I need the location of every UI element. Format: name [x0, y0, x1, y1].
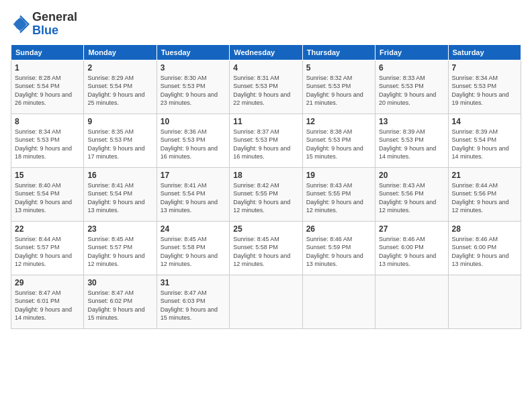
calendar-day-cell: 11Sunrise: 8:37 AMSunset: 5:53 PMDayligh…: [230, 113, 302, 167]
calendar-day-cell: 2Sunrise: 8:29 AMSunset: 5:54 PMDaylight…: [84, 60, 157, 113]
day-info: Sunrise: 8:30 AMSunset: 5:53 PMDaylight:…: [161, 74, 226, 107]
day-number: 3: [161, 63, 226, 73]
day-number: 24: [161, 224, 226, 234]
day-info: Sunrise: 8:45 AMSunset: 5:58 PMDaylight:…: [233, 235, 298, 269]
calendar-day-cell: 22Sunrise: 8:44 AMSunset: 5:57 PMDayligh…: [11, 221, 84, 275]
day-number: 22: [15, 224, 80, 234]
day-number: 27: [379, 224, 444, 234]
calendar-day-cell: 9Sunrise: 8:35 AMSunset: 5:53 PMDaylight…: [84, 113, 157, 167]
page-header: General Blue: [11, 11, 521, 38]
calendar-day-cell: 4Sunrise: 8:31 AMSunset: 5:53 PMDaylight…: [230, 60, 302, 113]
day-info: Sunrise: 8:34 AMSunset: 5:53 PMDaylight:…: [452, 74, 517, 107]
calendar-day-cell: 25Sunrise: 8:45 AMSunset: 5:58 PMDayligh…: [230, 221, 302, 275]
calendar-day-cell: 15Sunrise: 8:40 AMSunset: 5:54 PMDayligh…: [11, 167, 84, 221]
day-info: Sunrise: 8:31 AMSunset: 5:53 PMDaylight:…: [233, 74, 298, 107]
day-number: 2: [87, 63, 152, 73]
calendar-day-cell: 5Sunrise: 8:32 AMSunset: 5:53 PMDaylight…: [302, 60, 375, 113]
calendar-day-cell: 8Sunrise: 8:34 AMSunset: 5:53 PMDaylight…: [11, 113, 84, 167]
day-number: 28: [452, 224, 517, 234]
day-number: 10: [161, 117, 226, 126]
day-number: 18: [233, 171, 298, 180]
day-info: Sunrise: 8:45 AMSunset: 5:58 PMDaylight:…: [161, 235, 226, 269]
day-info: Sunrise: 8:34 AMSunset: 5:53 PMDaylight:…: [15, 128, 80, 161]
day-info: Sunrise: 8:28 AMSunset: 5:54 PMDaylight:…: [15, 74, 80, 107]
day-info: Sunrise: 8:46 AMSunset: 6:00 PMDaylight:…: [379, 235, 444, 269]
calendar-day-cell: 28Sunrise: 8:46 AMSunset: 6:00 PMDayligh…: [448, 221, 521, 275]
day-number: 4: [233, 63, 298, 73]
weekday-header: Saturday: [448, 44, 521, 60]
logo-text: General Blue: [32, 11, 77, 38]
day-info: Sunrise: 8:39 AMSunset: 5:54 PMDaylight:…: [452, 128, 517, 161]
calendar-day-cell: 30Sunrise: 8:47 AMSunset: 6:02 PMDayligh…: [84, 275, 157, 328]
day-info: Sunrise: 8:47 AMSunset: 6:02 PMDaylight:…: [87, 289, 152, 322]
day-number: 29: [15, 278, 80, 287]
day-info: Sunrise: 8:43 AMSunset: 5:56 PMDaylight:…: [379, 181, 444, 215]
day-info: Sunrise: 8:42 AMSunset: 5:55 PMDaylight:…: [233, 181, 298, 215]
day-info: Sunrise: 8:32 AMSunset: 5:53 PMDaylight:…: [306, 74, 371, 107]
calendar-day-cell: 3Sunrise: 8:30 AMSunset: 5:53 PMDaylight…: [157, 60, 229, 113]
calendar-day-cell: 23Sunrise: 8:45 AMSunset: 5:57 PMDayligh…: [84, 221, 157, 275]
day-number: 13: [379, 117, 444, 126]
day-info: Sunrise: 8:40 AMSunset: 5:54 PMDaylight:…: [15, 181, 80, 215]
day-info: Sunrise: 8:46 AMSunset: 6:00 PMDaylight:…: [452, 235, 517, 269]
weekday-header: Thursday: [302, 44, 375, 60]
day-number: 23: [87, 224, 152, 234]
calendar-table: SundayMondayTuesdayWednesdayThursdayFrid…: [11, 44, 521, 329]
day-info: Sunrise: 8:45 AMSunset: 5:57 PMDaylight:…: [87, 235, 152, 269]
calendar-day-cell: 21Sunrise: 8:44 AMSunset: 5:56 PMDayligh…: [448, 167, 521, 221]
day-number: 8: [15, 117, 80, 126]
day-number: 6: [379, 63, 444, 73]
day-info: Sunrise: 8:44 AMSunset: 5:56 PMDaylight:…: [452, 181, 517, 215]
calendar-day-cell: 6Sunrise: 8:33 AMSunset: 5:53 PMDaylight…: [375, 60, 448, 113]
calendar-day-cell: 14Sunrise: 8:39 AMSunset: 5:54 PMDayligh…: [448, 113, 521, 167]
weekday-header: Tuesday: [157, 44, 229, 60]
day-info: Sunrise: 8:29 AMSunset: 5:54 PMDaylight:…: [87, 74, 152, 107]
calendar-day-cell: 27Sunrise: 8:46 AMSunset: 6:00 PMDayligh…: [375, 221, 448, 275]
calendar-day-cell: 19Sunrise: 8:43 AMSunset: 5:55 PMDayligh…: [302, 167, 375, 221]
calendar-day-cell: 13Sunrise: 8:39 AMSunset: 5:53 PMDayligh…: [375, 113, 448, 167]
calendar-day-cell: [448, 275, 521, 328]
day-number: 14: [452, 117, 517, 126]
day-number: 21: [452, 171, 517, 180]
calendar-day-cell: 1Sunrise: 8:28 AMSunset: 5:54 PMDaylight…: [11, 60, 84, 113]
calendar-day-cell: [230, 275, 302, 328]
calendar-week-row: 8Sunrise: 8:34 AMSunset: 5:53 PMDaylight…: [11, 113, 521, 167]
logo-icon: [11, 15, 30, 34]
logo: General Blue: [11, 11, 77, 38]
calendar-day-cell: 7Sunrise: 8:34 AMSunset: 5:53 PMDaylight…: [448, 60, 521, 113]
calendar-day-cell: 20Sunrise: 8:43 AMSunset: 5:56 PMDayligh…: [375, 167, 448, 221]
day-number: 20: [379, 171, 444, 180]
day-number: 25: [233, 224, 298, 234]
calendar-week-row: 29Sunrise: 8:47 AMSunset: 6:01 PMDayligh…: [11, 275, 521, 328]
calendar-day-cell: 31Sunrise: 8:47 AMSunset: 6:03 PMDayligh…: [157, 275, 229, 328]
calendar-body: 1Sunrise: 8:28 AMSunset: 5:54 PMDaylight…: [11, 60, 521, 328]
calendar-day-cell: 18Sunrise: 8:42 AMSunset: 5:55 PMDayligh…: [230, 167, 302, 221]
calendar-day-cell: 29Sunrise: 8:47 AMSunset: 6:01 PMDayligh…: [11, 275, 84, 328]
calendar-week-row: 15Sunrise: 8:40 AMSunset: 5:54 PMDayligh…: [11, 167, 521, 221]
calendar-day-cell: [302, 275, 375, 328]
calendar-day-cell: 12Sunrise: 8:38 AMSunset: 5:53 PMDayligh…: [302, 113, 375, 167]
calendar-week-row: 22Sunrise: 8:44 AMSunset: 5:57 PMDayligh…: [11, 221, 521, 275]
weekday-header: Monday: [84, 44, 157, 60]
calendar-day-cell: [375, 275, 448, 328]
day-number: 30: [87, 278, 152, 287]
day-info: Sunrise: 8:47 AMSunset: 6:01 PMDaylight:…: [15, 289, 80, 322]
day-number: 17: [161, 171, 226, 180]
weekday-header: Sunday: [11, 44, 84, 60]
day-number: 19: [306, 171, 371, 180]
day-info: Sunrise: 8:36 AMSunset: 5:53 PMDaylight:…: [161, 128, 226, 161]
day-info: Sunrise: 8:37 AMSunset: 5:53 PMDaylight:…: [233, 128, 298, 161]
day-info: Sunrise: 8:35 AMSunset: 5:53 PMDaylight:…: [87, 128, 152, 161]
day-number: 26: [306, 224, 371, 234]
day-info: Sunrise: 8:47 AMSunset: 6:03 PMDaylight:…: [161, 289, 226, 322]
day-info: Sunrise: 8:38 AMSunset: 5:53 PMDaylight:…: [306, 128, 371, 161]
day-info: Sunrise: 8:39 AMSunset: 5:53 PMDaylight:…: [379, 128, 444, 161]
day-info: Sunrise: 8:41 AMSunset: 5:54 PMDaylight:…: [87, 181, 152, 215]
day-number: 31: [161, 278, 226, 287]
day-info: Sunrise: 8:41 AMSunset: 5:54 PMDaylight:…: [161, 181, 226, 215]
calendar-day-cell: 10Sunrise: 8:36 AMSunset: 5:53 PMDayligh…: [157, 113, 229, 167]
weekday-row: SundayMondayTuesdayWednesdayThursdayFrid…: [11, 44, 521, 60]
day-info: Sunrise: 8:33 AMSunset: 5:53 PMDaylight:…: [379, 74, 444, 107]
day-number: 12: [306, 117, 371, 126]
day-number: 5: [306, 63, 371, 73]
